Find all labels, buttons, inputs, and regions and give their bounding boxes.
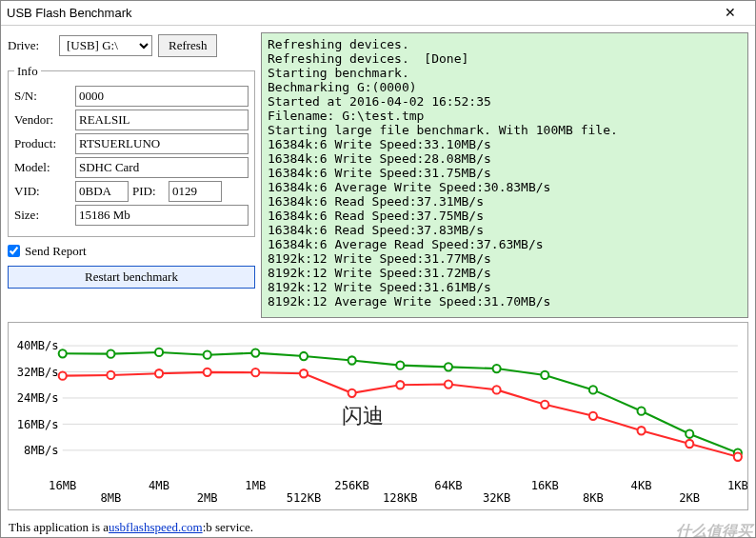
info-group: Info S/N: Vendor: Product: Model: xyxy=(8,64,255,237)
sn-field[interactable] xyxy=(75,86,249,107)
svg-point-42 xyxy=(155,349,163,356)
svg-point-60 xyxy=(300,369,308,377)
svg-text:8KB: 8KB xyxy=(583,491,604,505)
svg-text:24MB/s: 24MB/s xyxy=(17,391,59,405)
svg-point-55 xyxy=(59,371,67,379)
svg-text:2MB: 2MB xyxy=(197,491,218,505)
svg-point-68 xyxy=(686,440,693,448)
svg-text:16KB: 16KB xyxy=(531,479,559,492)
vid-field[interactable] xyxy=(75,181,129,202)
refresh-button[interactable]: Refresh xyxy=(158,34,217,57)
product-label: Product: xyxy=(14,136,71,151)
footer-pre: This application is a xyxy=(9,520,109,535)
pid-field[interactable] xyxy=(169,181,222,202)
svg-point-62 xyxy=(396,381,404,389)
svg-point-48 xyxy=(445,363,452,370)
svg-point-63 xyxy=(445,380,452,388)
svg-point-53 xyxy=(686,429,693,437)
send-report-checkbox[interactable] xyxy=(8,245,20,257)
size-field[interactable] xyxy=(75,205,249,226)
svg-point-51 xyxy=(589,386,597,393)
svg-text:512KB: 512KB xyxy=(287,491,322,505)
svg-point-64 xyxy=(493,386,501,393)
svg-point-43 xyxy=(204,350,211,358)
svg-point-41 xyxy=(107,349,114,357)
vid-label: VID: xyxy=(14,184,71,199)
speed-chart: 8MB/s16MB/s24MB/s32MB/s40MB/s16MB8MB4MB2… xyxy=(8,322,748,510)
vendor-label: Vendor: xyxy=(14,112,71,128)
restart-benchmark-button[interactable]: Restart benchmark xyxy=(8,266,255,289)
send-report-label: Send Report xyxy=(25,244,87,259)
window-title: USB Flash Benchmark xyxy=(7,6,711,20)
svg-text:40MB/s: 40MB/s xyxy=(17,339,59,352)
svg-text:16MB/s: 16MB/s xyxy=(17,417,59,430)
info-legend: Info xyxy=(14,64,41,79)
vendor-field[interactable] xyxy=(75,110,249,130)
footer-post: :b service. xyxy=(203,520,253,535)
svg-point-40 xyxy=(59,349,67,357)
svg-point-69 xyxy=(734,453,742,461)
svg-text:4MB: 4MB xyxy=(149,479,169,492)
svg-point-66 xyxy=(589,412,597,420)
svg-text:128KB: 128KB xyxy=(383,491,418,505)
svg-point-65 xyxy=(541,401,548,408)
svg-text:8MB/s: 8MB/s xyxy=(24,444,59,457)
model-label: Model: xyxy=(14,160,71,175)
svg-text:16MB: 16MB xyxy=(49,479,76,492)
chart-overlay-text: 闪迪 xyxy=(342,402,384,430)
titlebar: USB Flash Benchmark ✕ xyxy=(1,1,755,26)
svg-text:256KB: 256KB xyxy=(334,479,369,492)
svg-point-56 xyxy=(107,371,114,379)
watermark: 什么值得买 xyxy=(676,522,752,538)
svg-point-49 xyxy=(493,365,501,372)
svg-point-46 xyxy=(348,356,356,364)
svg-point-57 xyxy=(155,369,163,377)
svg-text:1MB: 1MB xyxy=(245,479,266,492)
svg-text:2KB: 2KB xyxy=(679,491,700,505)
svg-point-50 xyxy=(541,371,548,379)
footer: This application is a usbflashspeed.com … xyxy=(1,517,755,537)
svg-text:64KB: 64KB xyxy=(434,479,462,492)
drive-select[interactable]: [USB] G:\ xyxy=(59,35,152,56)
svg-text:1KB: 1KB xyxy=(727,479,747,492)
svg-text:32MB/s: 32MB/s xyxy=(17,365,59,378)
svg-point-45 xyxy=(300,352,308,360)
svg-text:8MB: 8MB xyxy=(100,491,121,505)
product-field[interactable] xyxy=(75,133,249,154)
model-field[interactable] xyxy=(75,157,249,178)
pid-label: PID: xyxy=(132,184,165,199)
svg-point-67 xyxy=(638,427,646,434)
svg-point-58 xyxy=(204,369,211,376)
sn-label: S/N: xyxy=(14,89,71,104)
svg-point-59 xyxy=(251,369,259,376)
footer-link[interactable]: usbflashspeed.com xyxy=(109,520,203,535)
svg-point-44 xyxy=(251,349,259,356)
drive-label: Drive: xyxy=(8,38,53,53)
svg-point-61 xyxy=(348,389,356,397)
svg-text:4KB: 4KB xyxy=(631,479,652,492)
log-output[interactable]: Refreshing devices. Refreshing devices. … xyxy=(261,32,748,318)
svg-point-47 xyxy=(396,361,404,369)
svg-point-52 xyxy=(638,407,646,414)
svg-text:32KB: 32KB xyxy=(483,491,510,505)
size-label: Size: xyxy=(14,208,71,223)
close-icon[interactable]: ✕ xyxy=(711,5,749,20)
